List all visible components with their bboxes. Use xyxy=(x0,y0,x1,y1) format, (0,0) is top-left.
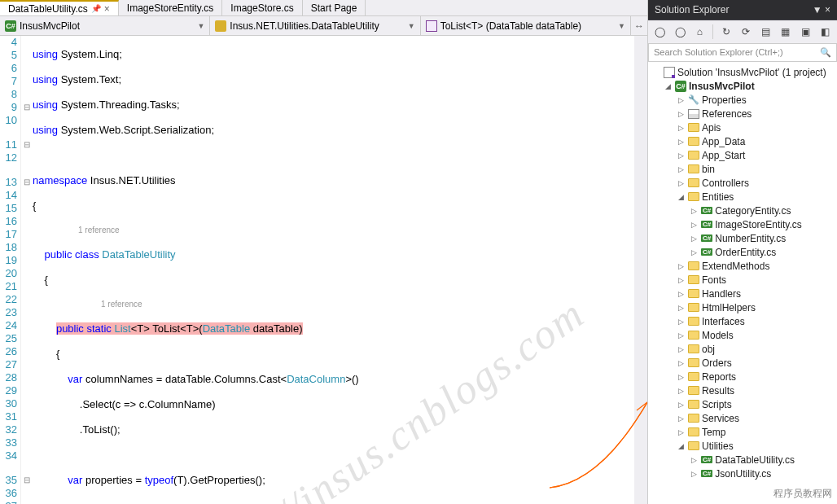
tab-imagestoreentity[interactable]: ImageStoreEntity.cs xyxy=(119,0,223,15)
tree-file[interactable]: ▷C#ImageStoreEntity.cs xyxy=(648,217,837,231)
preview-button[interactable]: ◧ xyxy=(817,23,834,41)
split-window-icon[interactable]: ↔ xyxy=(631,16,647,35)
tab-label: Start Page xyxy=(311,2,357,14)
chevron-down-icon: ▼ xyxy=(408,22,415,30)
forward-button[interactable]: ◯ xyxy=(671,23,688,41)
project-node[interactable]: ◢C#InsusMvcPilot xyxy=(648,79,837,93)
tab-startpage[interactable]: Start Page xyxy=(303,0,366,15)
nav-project-label: InsusMvcPilot xyxy=(20,20,80,32)
tree-item[interactable]: ▷Interfaces xyxy=(648,314,837,328)
tree-item[interactable]: ▷obj xyxy=(648,342,837,356)
class-icon xyxy=(215,20,226,32)
folder-icon xyxy=(688,303,699,312)
showall-button[interactable]: ▦ xyxy=(777,23,794,41)
tree-item[interactable]: ▷Fonts xyxy=(648,273,837,287)
folder-icon xyxy=(688,151,699,160)
csfile-icon: C# xyxy=(701,248,712,256)
csfile-icon: C# xyxy=(701,207,712,214)
tree-file[interactable]: ▷C#JsonUtility.cs xyxy=(648,467,837,480)
folder-icon xyxy=(688,317,699,326)
tree-file[interactable]: ▷C#OrderEntity.cs xyxy=(648,245,837,259)
codelens-refs[interactable]: 1 reference xyxy=(33,299,634,310)
folder-icon xyxy=(688,344,699,353)
solution-tree[interactable]: Solution 'InsusMvcPilot' (1 project) ◢C#… xyxy=(648,62,837,504)
refresh-button[interactable]: ⟳ xyxy=(737,23,754,41)
tree-item[interactable]: ▷Models xyxy=(648,328,837,342)
chevron-down-icon: ▼ xyxy=(197,22,204,30)
tree-item[interactable]: ▷🔧Properties xyxy=(648,93,837,107)
tree-item[interactable]: ▷HtmlHelpers xyxy=(648,300,837,314)
csfile-icon: C# xyxy=(701,234,712,242)
code-fold-margin[interactable]: ⊟ ⊟ ⊟ ⊟ xyxy=(21,36,33,504)
nav-project-dropdown[interactable]: C# InsusMvcPilot ▼ xyxy=(0,16,210,35)
tree-item[interactable]: ▷App_Start xyxy=(648,148,837,162)
folder-icon xyxy=(688,441,699,450)
tree-item[interactable]: ▷References xyxy=(648,107,837,121)
properties-button[interactable]: ▣ xyxy=(796,23,813,41)
home-button[interactable]: ⌂ xyxy=(691,23,708,41)
tree-item[interactable]: ▷Apis xyxy=(648,121,837,134)
folder-icon xyxy=(688,137,699,146)
folder-icon xyxy=(688,400,699,409)
tree-file[interactable]: ▷C#DataTableUtility.cs xyxy=(648,453,837,467)
folder-icon xyxy=(688,386,699,395)
folder-icon xyxy=(688,331,699,340)
references-icon xyxy=(688,109,699,119)
method-icon xyxy=(426,20,437,32)
solution-search-box[interactable]: Search Solution Explorer (Ctrl+;) 🔍 xyxy=(648,43,837,62)
csfile-icon: C# xyxy=(701,221,712,228)
solution-explorer: Solution Explorer▼ × ◯ ◯ ⌂ ↻ ⟳ ▤ ▦ ▣ ◧ S… xyxy=(648,0,837,504)
tab-label: DataTableUtility.cs xyxy=(8,3,88,15)
tree-item[interactable]: ▷bin xyxy=(648,162,837,176)
solution-node[interactable]: Solution 'InsusMvcPilot' (1 project) xyxy=(648,65,837,79)
tree-item[interactable]: ▷Reports xyxy=(648,370,837,383)
tree-item[interactable]: ▷App_Data xyxy=(648,134,837,148)
code-editor[interactable]: http://insus.cnblogs.com 45678 910 1112 … xyxy=(0,36,647,504)
folder-icon xyxy=(688,192,699,201)
line-number-gutter: 45678 910 1112 131415161718 192021222324… xyxy=(0,36,21,504)
watermark-corner: 程序员教程网 xyxy=(773,487,832,501)
folder-icon xyxy=(688,164,699,173)
document-tabs: DataTableUtility.cs 📌 × ImageStoreEntity… xyxy=(0,0,647,16)
wrench-icon: 🔧 xyxy=(688,94,699,105)
tree-item[interactable]: ▷Temp xyxy=(648,425,837,439)
collapse-button[interactable]: ▤ xyxy=(757,23,774,41)
nav-method-dropdown[interactable]: ToList<T> (DataTable dataTable) ▼ xyxy=(421,16,631,35)
panel-title: Solution Explorer▼ × xyxy=(648,0,837,20)
tree-item[interactable]: ▷Scripts xyxy=(648,397,837,411)
tab-label: ImageStore.cs xyxy=(230,2,293,14)
tab-imagestore[interactable]: ImageStore.cs xyxy=(222,0,302,15)
tree-item[interactable]: ▷Results xyxy=(648,383,837,397)
sync-button[interactable]: ↻ xyxy=(717,23,734,41)
codelens-refs[interactable]: 1 reference xyxy=(33,225,634,236)
back-button[interactable]: ◯ xyxy=(651,23,668,41)
close-icon[interactable]: × xyxy=(104,3,110,15)
folder-icon xyxy=(688,178,699,187)
tree-item[interactable]: ▷ExtendMethods xyxy=(648,259,837,273)
search-placeholder: Search Solution Explorer (Ctrl+;) xyxy=(654,47,783,58)
solution-icon xyxy=(664,67,675,78)
vertical-scrollbar[interactable] xyxy=(634,36,647,504)
folder-icon xyxy=(688,427,699,436)
tree-item-entities[interactable]: ◢Entities xyxy=(648,190,837,204)
tree-item[interactable]: ▷Controllers xyxy=(648,176,837,190)
tree-file[interactable]: ▷C#NumberEntity.cs xyxy=(648,231,837,245)
tree-item[interactable]: ▷Orders xyxy=(648,356,837,370)
folder-icon xyxy=(688,372,699,381)
tree-item[interactable]: ▷Services xyxy=(648,411,837,425)
tab-datatableutility[interactable]: DataTableUtility.cs 📌 × xyxy=(0,0,119,15)
tree-file[interactable]: ▷C#CategoryEntity.cs xyxy=(648,204,837,217)
tree-item-utilities[interactable]: ◢Utilities xyxy=(648,439,837,453)
nav-method-label: ToList<T> (DataTable dataTable) xyxy=(440,20,581,32)
folder-icon xyxy=(688,261,699,270)
tab-label: ImageStoreEntity.cs xyxy=(127,2,214,14)
code-content[interactable]: using System.Linq; using System.Text; us… xyxy=(33,36,634,504)
navigation-bar: C# InsusMvcPilot ▼ Insus.NET.Utilities.D… xyxy=(0,16,647,36)
folder-icon xyxy=(688,275,699,284)
chevron-down-icon: ▼ xyxy=(618,22,625,30)
csfile-icon: C# xyxy=(701,456,712,463)
nav-class-dropdown[interactable]: Insus.NET.Utilities.DataTableUtility ▼ xyxy=(210,16,420,35)
tree-item[interactable]: ▷Handlers xyxy=(648,287,837,300)
search-icon: 🔍 xyxy=(820,47,831,58)
csharp-icon: C# xyxy=(675,81,686,92)
